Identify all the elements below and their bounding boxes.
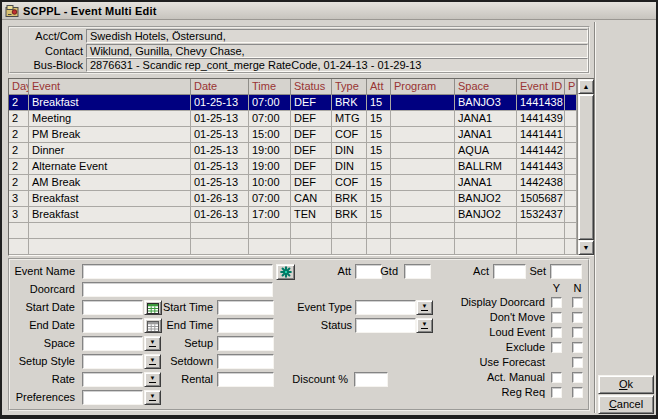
cell [332,223,367,239]
reg-req-no-checkbox[interactable] [572,387,583,398]
setup-label: Setup [150,336,213,351]
dont-move-yes-checkbox[interactable] [551,312,562,323]
ok-button[interactable]: Ok [598,375,654,394]
act-manual-no-checkbox[interactable] [572,372,583,383]
status-input[interactable] [355,318,416,333]
setup-style-input[interactable] [82,354,143,369]
cell: JANA1 [455,175,517,191]
cell: JANA1 [455,111,517,127]
title-bar[interactable]: SCPPL - Event Multi Edit [2,2,656,20]
event-table: DayEventDateTimeStatusTypeAttProgramSpac… [8,78,595,256]
cell: MTG [332,111,367,127]
end-time-input[interactable] [217,318,274,333]
cell [391,239,455,255]
cell: 1441442 [517,143,565,159]
preferences-input[interactable] [82,390,143,405]
table-row[interactable]: 2Breakfast01-25-1307:00DEFBRK15BANJO3144… [9,95,594,111]
set-input[interactable] [550,264,582,279]
column-header-program: Program [391,79,455,95]
cell: DEF [291,127,332,143]
cell: 1441441 [517,127,565,143]
display-doorcard-yes-checkbox[interactable] [551,297,562,308]
use-forecast-no-checkbox[interactable] [572,357,583,368]
rental-input[interactable] [217,372,274,387]
end-date-input[interactable] [82,318,143,333]
start-date-input[interactable] [82,300,143,315]
table-row[interactable]: 2PM Break01-25-1315:00DEFCOF15JANA114414… [9,127,594,143]
gtd-label: Gtd [368,264,398,279]
setup-input[interactable] [217,336,274,351]
display-doorcard-no-checkbox[interactable] [572,297,583,308]
event-name-lov-button[interactable] [276,264,295,280]
event-name-input[interactable] [82,264,273,279]
cell: 3 [9,207,29,223]
status-label: Status [280,318,352,333]
cell: BRK [332,191,367,207]
event-type-input[interactable] [355,300,416,315]
preferences-label: Preferences [6,390,75,405]
cell [191,239,249,255]
discount-input[interactable] [354,372,388,387]
cell [517,223,565,239]
cell: Breakfast [29,207,191,223]
preferences-dropdown-button[interactable]: ▼ [144,390,161,405]
cell: 15 [367,207,391,223]
table-row[interactable]: 2Meeting01-25-1307:00DEFMTG15JANA1144143… [9,111,594,127]
cell [565,127,577,143]
rate-input[interactable] [82,372,143,387]
scrollbar-thumb[interactable] [578,94,594,240]
table-row[interactable]: 2Alternate Event01-25-1319:00DEFDIN15BAL… [9,159,594,175]
cancel-button[interactable]: Cancel [598,395,654,414]
cell: CAN [291,191,332,207]
start-date-label: Start Date [6,300,75,315]
cell: 17:00 [249,207,291,223]
space-input[interactable] [82,336,143,351]
bus-block-label: Bus-Block [12,58,83,72]
table-row[interactable]: 2AM Break01-25-1310:00DEFCOF15JANA114424… [9,175,594,191]
cell: DEF [291,175,332,191]
exclude-no-checkbox[interactable] [572,342,583,353]
cell: 15 [367,127,391,143]
cell: BANJO2 [455,207,517,223]
doorcard-input[interactable] [82,282,273,297]
cell: 2 [9,159,29,175]
cell: 1441443 [517,159,565,175]
exclude-yes-checkbox[interactable] [551,342,562,353]
column-header-day: Day [9,79,29,95]
vertical-scrollbar[interactable]: ▲ ▼ [577,79,594,255]
table-row[interactable]: 3Breakfast01-26-1307:00CANBRK15BANJO2150… [9,191,594,207]
cell: 1441439 [517,111,565,127]
setdown-input[interactable] [217,354,274,369]
table-row[interactable]: 3Breakfast01-26-1317:00TENBRK15BANJO2153… [9,207,594,223]
cell: PM Break [29,127,191,143]
cell: 07:00 [249,111,291,127]
cell: 2 [9,111,29,127]
cell: 01-25-13 [191,143,249,159]
cell [565,207,577,223]
event-multi-edit-window: SCPPL - Event Multi Edit Acct/Com Swedis… [0,0,658,419]
cell: 19:00 [249,159,291,175]
gtd-input[interactable] [404,264,431,279]
setup-style-label: Setup Style [6,354,75,369]
cell [249,223,291,239]
table-row-empty [9,223,594,239]
contact-label: Contact [12,44,83,58]
cell [565,95,577,111]
cell: 2 [9,95,29,111]
scrollbar-down-button[interactable]: ▼ [578,240,594,255]
scrollbar-up-button[interactable]: ▲ [578,79,594,94]
loud-event-no-checkbox[interactable] [572,327,583,338]
dont-move-no-checkbox[interactable] [572,312,583,323]
cell [9,239,29,255]
start-time-input[interactable] [217,300,274,315]
table-row[interactable]: 2Dinner01-25-1319:00DEFDIN15AQUA1441442 [9,143,594,159]
loud-event-yes-checkbox[interactable] [551,327,562,338]
reg-req-yes-checkbox[interactable] [551,387,562,398]
use-forecast-label: Use Forecast [415,357,545,368]
contact-value: Wiklund, Gunilla, Chevy Chase, [86,44,588,58]
cell: COF [332,127,367,143]
act-manual-yes-checkbox[interactable] [551,372,562,383]
cell: 15 [367,95,391,111]
cell: 01-25-13 [191,127,249,143]
column-header-att: Att [367,79,391,95]
